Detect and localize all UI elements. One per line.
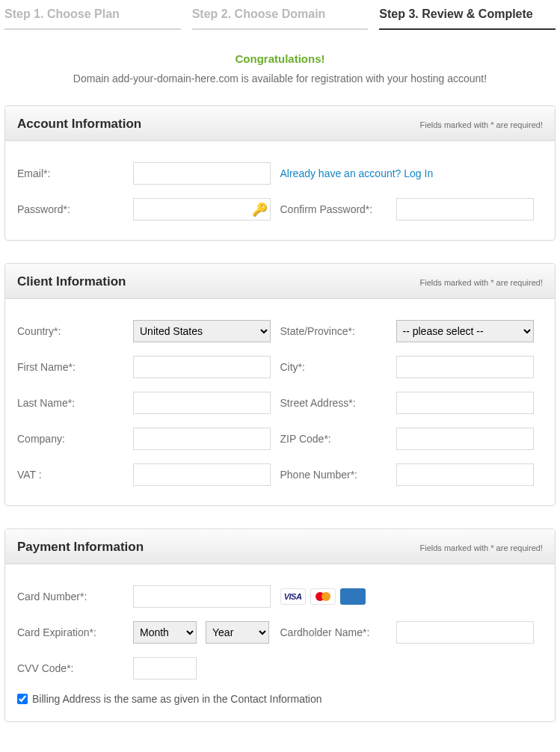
email-label: Email*:: [17, 167, 133, 179]
city-label: City*:: [280, 361, 396, 373]
confirm-password-input[interactable]: [396, 198, 534, 221]
city-input[interactable]: [396, 356, 534, 378]
cardholder-label: Cardholder Name*:: [280, 626, 396, 638]
street-label: Street Address*:: [280, 397, 396, 409]
step-choose-plan[interactable]: Step 1. Choose Plan: [4, 0, 181, 30]
vat-input[interactable]: [133, 463, 271, 486]
visa-icon: VISA: [280, 588, 306, 605]
company-input[interactable]: [133, 428, 271, 450]
email-input[interactable]: [133, 162, 271, 185]
client-panel: Client Information Fields marked with * …: [4, 263, 556, 506]
client-panel-title: Client Information: [17, 274, 126, 289]
login-link[interactable]: Already have an account? Log In: [280, 167, 434, 179]
billing-same-label: Billing Address is the same as given in …: [32, 693, 322, 705]
cvv-label: CVV Code*:: [17, 662, 133, 674]
zip-input[interactable]: [396, 428, 534, 450]
congrats-title: Congratulations!: [7, 52, 553, 65]
card-expiration-label: Card Expiration*:: [17, 626, 133, 638]
billing-same-checkbox[interactable]: [17, 694, 28, 704]
congrats-subtitle: Domain add-your-domain-here.com is avail…: [7, 73, 553, 84]
client-panel-header: Client Information Fields marked with * …: [5, 264, 555, 299]
cardholder-input[interactable]: [396, 621, 534, 644]
account-panel: Account Information Fields marked with *…: [4, 105, 556, 241]
phone-input[interactable]: [396, 463, 534, 486]
step-choose-domain[interactable]: Step 2. Choose Domain: [192, 0, 369, 30]
last-name-input[interactable]: [133, 392, 271, 414]
cvv-input[interactable]: [133, 657, 197, 679]
accepted-cards: VISA: [280, 588, 366, 605]
card-number-label: Card Number*:: [17, 591, 133, 602]
phone-label: Phone Number*:: [280, 469, 396, 481]
amex-icon: [340, 588, 366, 605]
intro: Congratulations! Domain add-your-domain-…: [0, 30, 560, 99]
country-label: Country*:: [17, 325, 133, 337]
last-name-label: Last Name*:: [17, 397, 133, 409]
vat-label: VAT :: [17, 469, 133, 481]
required-note: Fields marked with * are required!: [420, 120, 543, 129]
required-note: Fields marked with * are required!: [420, 543, 543, 552]
first-name-input[interactable]: [133, 356, 271, 378]
account-panel-header: Account Information Fields marked with *…: [5, 106, 555, 141]
checkout-stepper: Step 1. Choose Plan Step 2. Choose Domai…: [0, 0, 560, 30]
card-year-select[interactable]: Year: [206, 621, 269, 644]
account-panel-title: Account Information: [17, 117, 141, 132]
password-label: Password*:: [17, 203, 133, 215]
street-input[interactable]: [396, 392, 534, 414]
confirm-password-label: Confirm Password*:: [280, 203, 396, 215]
first-name-label: First Name*:: [17, 361, 133, 373]
state-select[interactable]: -- please select --: [396, 320, 534, 342]
card-number-input[interactable]: [133, 585, 271, 608]
company-label: Company:: [17, 433, 133, 445]
payment-panel: Payment Information Fields marked with *…: [4, 528, 556, 722]
password-input[interactable]: [133, 198, 271, 221]
payment-panel-header: Payment Information Fields marked with *…: [5, 529, 555, 564]
state-label: State/Province*:: [280, 325, 396, 337]
mastercard-icon: [310, 588, 336, 605]
zip-label: ZIP Code*:: [280, 433, 396, 445]
payment-panel-title: Payment Information: [17, 540, 144, 555]
country-select[interactable]: United States: [133, 320, 271, 342]
required-note: Fields marked with * are required!: [420, 278, 543, 287]
card-month-select[interactable]: Month: [133, 621, 197, 644]
step-review-complete[interactable]: Step 3. Review & Complete: [379, 0, 556, 30]
